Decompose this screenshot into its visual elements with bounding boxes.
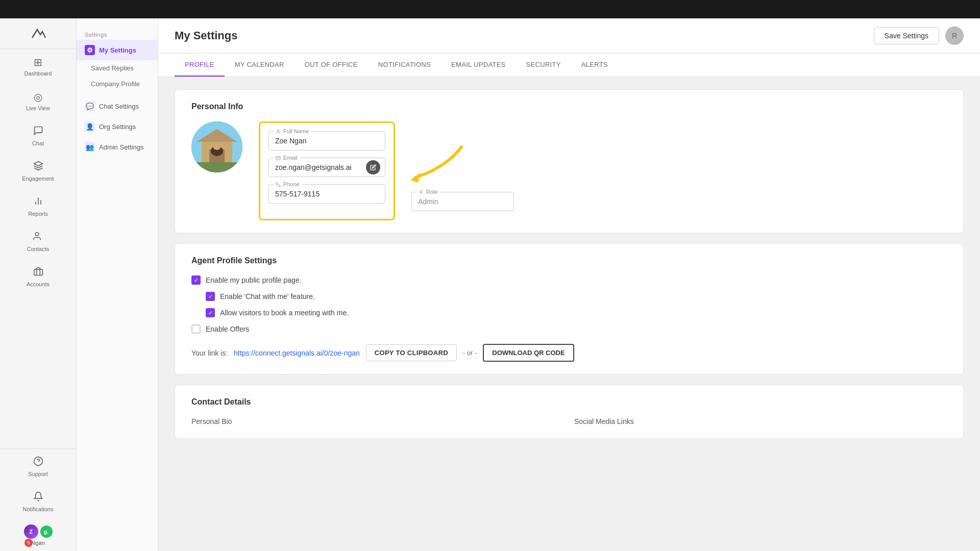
checkbox-book-meeting[interactable]: ✓ Allow visitors to book a meeting with …: [206, 308, 947, 317]
admin-settings-icon: 👥: [85, 142, 95, 152]
personal-info-section: Personal Info: [175, 89, 964, 233]
settings-admin-settings[interactable]: 👥 Admin Settings: [77, 137, 158, 157]
header-user-avatar: R: [945, 27, 964, 45]
svg-marker-16: [410, 172, 421, 183]
notification-badge: 5: [24, 539, 33, 547]
sidebar-item-contacts[interactable]: Contacts: [0, 224, 76, 259]
or-separator: - or -: [463, 349, 477, 357]
contact-details-title: Contact Details: [191, 397, 947, 407]
tab-my-calendar[interactable]: MY CALENDAR: [225, 54, 295, 77]
reports-icon: [33, 196, 43, 209]
engagement-icon: [33, 161, 43, 173]
social-media-col: Social Media Links: [574, 417, 947, 426]
highlight-form-container: Full Name Email: [259, 121, 395, 220]
agent-profile-section: Agent Profile Settings ✓ Enable my publi…: [175, 243, 964, 374]
checkbox-enable-offers[interactable]: Enable Offers: [191, 324, 947, 334]
app-logo[interactable]: [0, 18, 76, 49]
tab-security[interactable]: SECURITY: [516, 54, 571, 77]
checkbox-public-profile-box[interactable]: ✓: [191, 276, 201, 285]
settings-saved-replies[interactable]: Saved Replies: [77, 60, 158, 76]
personal-info-row: Full Name Email: [191, 121, 947, 220]
email-label: Email: [274, 155, 300, 161]
contact-details-section: Contact Details Personal Bio Social Medi…: [175, 385, 964, 439]
role-group: Role: [411, 192, 514, 218]
sidebar-item-notifications[interactable]: Notifications: [0, 484, 76, 519]
social-media-title: Social Media Links: [574, 417, 634, 425]
svg-point-15: [277, 130, 279, 131]
sidebar-item-support[interactable]: Support: [0, 449, 76, 484]
email-group: Email: [268, 158, 385, 177]
user-g-badge: g.: [40, 525, 53, 538]
copy-clipboard-button[interactable]: COPY TO CLIPBOARD: [366, 344, 457, 361]
phone-group: Phone: [268, 184, 385, 204]
checkbox-public-profile[interactable]: ✓ Enable my public profile page.: [191, 276, 947, 285]
icon-sidebar: ⊞ Dashboard ◎ Live View Chat Engagement …: [0, 0, 77, 551]
agent-profile-title: Agent Profile Settings: [191, 256, 947, 265]
org-settings-icon: 👤: [85, 121, 95, 132]
settings-org-settings[interactable]: 👤 Org Settings: [77, 116, 158, 137]
settings-label: Settings: [77, 29, 158, 40]
page-header: My Settings Save Settings R: [158, 18, 980, 54]
highlight-box: Full Name Email: [259, 121, 395, 220]
my-settings-icon: ⚙: [85, 45, 95, 55]
accounts-icon: [33, 266, 43, 279]
download-qr-button[interactable]: DOWNLOAD QR CODE: [483, 344, 574, 362]
profile-tabs: PROFILE MY CALENDAR OUT OF OFFICE NOTIFI…: [158, 54, 980, 77]
live-view-icon: ◎: [34, 91, 42, 103]
notifications-icon: [33, 491, 43, 504]
full-name-group: Full Name: [268, 131, 385, 151]
chat-settings-icon: 💬: [85, 101, 95, 111]
tab-alerts[interactable]: ALERTS: [571, 54, 618, 77]
svg-rect-4: [34, 269, 42, 276]
svg-point-3: [35, 233, 39, 236]
sidebar-item-reports[interactable]: Reports: [0, 189, 76, 224]
user-avatar-small: Z: [24, 524, 38, 539]
page-title: My Settings: [175, 29, 237, 42]
checkbox-chat-with-me[interactable]: ✓ Enable 'Chat with me' feature.: [206, 292, 947, 301]
checkbox-book-meeting-box[interactable]: ✓: [206, 308, 215, 317]
save-settings-button[interactable]: Save Settings: [874, 27, 939, 44]
sidebar-bottom: Support Notifications Z g. Ngan 5: [0, 448, 76, 551]
profile-link-url: https://connect.getsignals.ai/0/zoe-ngan: [234, 349, 360, 357]
phone-label: Phone: [274, 181, 302, 187]
settings-my-settings[interactable]: ⚙ My Settings: [77, 40, 158, 60]
full-name-label: Full Name: [274, 128, 311, 134]
sidebar-item-accounts[interactable]: Accounts: [0, 259, 76, 294]
svg-point-13: [213, 142, 221, 150]
personal-bio-col: Personal Bio: [191, 417, 564, 426]
role-label: Role: [416, 189, 440, 195]
tab-email-updates[interactable]: EMAIL UPDATES: [441, 54, 516, 77]
agent-checkboxes: ✓ Enable my public profile page. ✓ Enabl…: [191, 276, 947, 334]
dashboard-icon: ⊞: [34, 56, 42, 68]
content-area: Personal Info: [158, 77, 980, 551]
sidebar-user[interactable]: Z g. Ngan 5: [0, 519, 76, 551]
tab-profile[interactable]: PROFILE: [175, 54, 225, 77]
arrow-annotation: [400, 137, 467, 190]
sidebar-item-chat[interactable]: Chat: [0, 118, 76, 154]
svg-point-17: [420, 191, 422, 192]
sidebar-item-engagement[interactable]: Engagement: [0, 154, 76, 189]
tab-out-of-office[interactable]: OUT OF OFFICE: [295, 54, 368, 77]
personal-bio-title: Personal Bio: [191, 417, 232, 425]
main-content: My Settings Save Settings R PROFILE MY C…: [158, 18, 980, 551]
link-prefix: Your link is:: [191, 349, 228, 357]
settings-company-profile[interactable]: Company Profile: [77, 76, 158, 92]
support-icon: [33, 456, 43, 469]
top-bar: [0, 0, 980, 18]
profile-avatar[interactable]: [191, 121, 242, 172]
email-edit-button[interactable]: [366, 160, 380, 174]
personal-info-title: Personal Info: [191, 102, 947, 111]
settings-chat-settings[interactable]: 💬 Chat Settings: [77, 96, 158, 116]
chat-icon: [33, 126, 43, 138]
checkbox-enable-offers-box[interactable]: [191, 324, 201, 334]
contact-details-grid: Personal Bio Social Media Links: [191, 417, 947, 426]
contacts-icon: [33, 231, 43, 244]
settings-sidebar: Settings ⚙ My Settings Saved Replies Com…: [77, 18, 158, 551]
svg-rect-14: [191, 162, 242, 172]
sidebar-item-dashboard[interactable]: ⊞ Dashboard: [0, 49, 76, 84]
profile-link-row: Your link is: https://connect.getsignals…: [191, 344, 947, 362]
sidebar-item-live-view[interactable]: ◎ Live View: [0, 84, 76, 118]
checkbox-chat-with-me-box[interactable]: ✓: [206, 292, 215, 301]
tab-notifications[interactable]: NOTIFICATIONS: [368, 54, 441, 77]
